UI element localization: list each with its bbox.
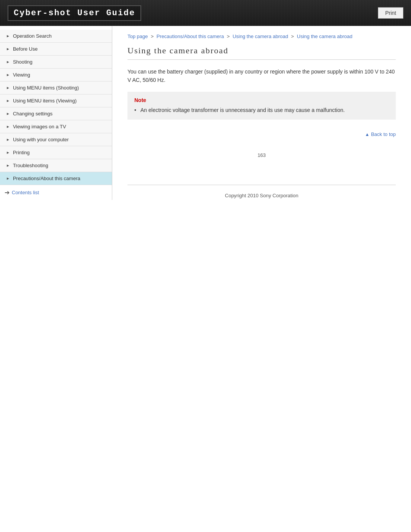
print-button[interactable]: Print [378,7,403,19]
site-title: Cyber-shot User Guide [8,5,141,21]
sidebar-item-troubleshooting[interactable]: ►Troubleshooting [0,159,112,172]
main-content: Top page > Precautions/About this camera… [112,26,411,221]
sidebar-item-using-menu-viewing[interactable]: ►Using MENU items (Viewing) [0,94,112,107]
breadcrumb-sep: > [151,34,154,39]
sidebar-item-label: Operation Search [13,33,52,39]
sidebar-item-shooting[interactable]: ►Shooting [0,56,112,69]
header: Cyber-shot User Guide Print [0,0,411,26]
sidebar-item-precautions[interactable]: ►Precautions/About this camera [0,172,112,185]
back-to-top-label: Back to top [371,131,396,137]
breadcrumb-sep: > [227,34,230,39]
breadcrumb-link-0[interactable]: Top page [127,34,148,39]
sidebar-arrow-icon: ► [6,150,10,155]
breadcrumb: Top page > Precautions/About this camera… [127,26,396,46]
breadcrumb-link-3[interactable]: Using the camera abroad [297,34,352,39]
sidebar-arrow-icon: ► [6,86,10,90]
body-text: You can use the battery charger (supplie… [127,67,396,85]
copyright-text: Copyright 2010 Sony Corporation [225,193,298,198]
triangle-up-icon: ▲ [365,132,370,137]
sidebar-item-label: Using MENU items (Viewing) [13,98,76,104]
sidebar-arrow-icon: ► [6,112,10,116]
sidebar-arrow-icon: ► [6,176,10,181]
sidebar-item-using-with-computer[interactable]: ►Using with your computer [0,133,112,146]
note-box: Note An electronic voltage transformer i… [127,92,396,120]
sidebar-item-viewing[interactable]: ►Viewing [0,69,112,81]
sidebar-item-label: Changing settings [13,111,53,117]
sidebar-item-before-use[interactable]: ►Before Use [0,43,112,56]
sidebar-item-label: Viewing [13,72,30,78]
sidebar-item-changing-settings[interactable]: ►Changing settings [0,107,112,120]
footer-copyright: Copyright 2010 Sony Corporation [127,185,396,206]
sidebar-item-label: Troubleshooting [13,163,48,168]
sidebar-item-label: Viewing images on a TV [13,124,66,129]
sidebar-arrow-icon: ► [6,137,10,142]
sidebar: ►Operation Search►Before Use►Shooting►Vi… [0,26,112,200]
sidebar-item-printing[interactable]: ►Printing [0,146,112,159]
breadcrumb-link-1[interactable]: Precautions/About this camera [156,34,224,39]
sidebar-item-label: Before Use [13,46,38,52]
contents-list-label[interactable]: Contents list [12,190,39,195]
sidebar-item-using-menu-shooting[interactable]: ►Using MENU items (Shooting) [0,81,112,94]
back-to-top[interactable]: ▲Back to top [127,127,396,145]
sidebar-item-label: Precautions/About this camera [13,176,80,181]
back-to-top-link[interactable]: ▲Back to top [365,131,396,137]
page-number: 163 [127,145,396,162]
note-label: Note [134,97,389,103]
sidebar-item-label: Printing [13,150,30,155]
sidebar-arrow-icon: ► [6,47,10,51]
arrow-right-icon: ➔ [5,189,10,196]
sidebar-arrow-icon: ► [6,60,10,64]
sidebar-arrow-icon: ► [6,125,10,129]
sidebar-item-label: Shooting [13,59,32,65]
sidebar-arrow-icon: ► [6,34,10,38]
breadcrumb-sep: > [291,34,294,39]
sidebar-item-operation-search[interactable]: ►Operation Search [0,30,112,43]
sidebar-arrow-icon: ► [6,163,10,168]
sidebar-item-viewing-images-tv[interactable]: ►Viewing images on a TV [0,120,112,133]
sidebar-arrow-icon: ► [6,73,10,77]
sidebar-item-label: Using with your computer [13,137,69,142]
note-item: An electronic voltage transformer is unn… [134,106,389,114]
sidebar-item-label: Using MENU items (Shooting) [13,85,79,91]
sidebar-arrow-icon: ► [6,99,10,103]
breadcrumb-link-2[interactable]: Using the camera abroad [233,34,288,39]
page-layout: ►Operation Search►Before Use►Shooting►Vi… [0,26,411,221]
page-title: Using the camera abroad [127,46,396,60]
contents-list-link[interactable]: ➔ Contents list [0,185,112,200]
